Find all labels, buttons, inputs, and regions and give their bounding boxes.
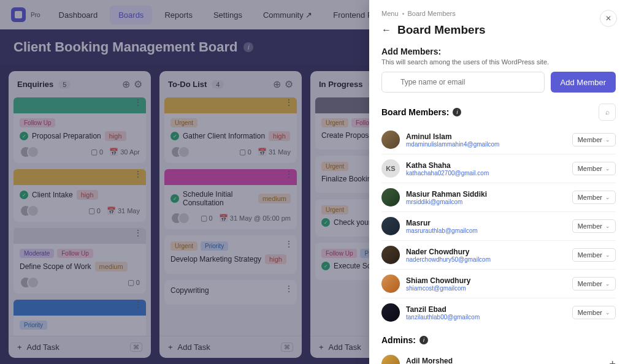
back-arrow-icon[interactable]: ← <box>381 25 391 36</box>
member-email[interactable]: masrurauthlab@gmailcom <box>406 227 566 234</box>
member-row: Nader Chowdhury naderchowdhury50@gmailco… <box>381 241 616 270</box>
role-dropdown[interactable]: Member⌄ <box>572 219 616 233</box>
chevron-down-icon: ⌄ <box>605 252 610 258</box>
board-members-heading: Board Members: <box>381 107 449 117</box>
role-dropdown[interactable]: Member⌄ <box>572 191 616 204</box>
member-row: KS Katha Shaha kathachaha02700@gmail.com… <box>381 154 616 183</box>
admins-heading: Admins: <box>381 335 416 345</box>
breadcrumb-separator <box>402 13 404 15</box>
member-name: Shiam Chowdhury <box>406 276 566 285</box>
chevron-down-icon: ⌄ <box>605 223 610 229</box>
avatar[interactable]: KS <box>381 159 400 178</box>
info-icon[interactable]: i <box>453 108 461 116</box>
member-row: Tanzil Ebad tanzilauthlab00@gmailcom Mem… <box>381 298 616 327</box>
member-search-input[interactable] <box>381 72 545 93</box>
chevron-down-icon: ⌄ <box>605 309 610 316</box>
avatar[interactable] <box>381 246 400 264</box>
member-email[interactable]: mdaminulislammahin4@gmailcom <box>406 141 566 148</box>
chevron-down-icon: ⌄ <box>605 165 610 172</box>
breadcrumb-menu[interactable]: Menu <box>381 10 399 17</box>
admin-list: Adil Morshed adilmorshed075@gmailcom + <box>381 350 616 364</box>
add-member-button[interactable]: Add Member <box>551 72 616 93</box>
chevron-down-icon: ⌄ <box>605 137 610 143</box>
member-name: Nader Chowdhury <box>406 248 566 256</box>
member-name: Adil Morshed <box>406 357 603 365</box>
role-dropdown[interactable]: Member⌄ <box>572 277 616 290</box>
breadcrumb: Menu Board Members <box>381 10 616 17</box>
member-name: Masrur <box>406 219 566 227</box>
role-dropdown[interactable]: Member⌄ <box>572 248 616 262</box>
role-dropdown[interactable]: Member⌄ <box>572 133 616 146</box>
member-list: Aminul Islam mdaminulislammahin4@gmailco… <box>381 126 616 327</box>
role-dropdown[interactable]: Member⌄ <box>572 306 616 319</box>
member-email[interactable]: naderchowdhury50@gmailcom <box>406 256 566 263</box>
member-name: Katha Shaha <box>406 161 566 170</box>
member-row: Masiur Rahman Siddiki mrsiddiki@gmailcom… <box>381 183 616 212</box>
avatar[interactable] <box>381 303 400 322</box>
close-icon[interactable]: ✕ <box>600 10 617 27</box>
breadcrumb-current: Board Members <box>408 10 456 17</box>
member-row: Shiam Chowdhury shiamcost@gmailcom Membe… <box>381 270 616 298</box>
member-row: Aminul Islam mdaminulislammahin4@gmailco… <box>381 126 616 154</box>
avatar[interactable] <box>381 217 400 235</box>
member-name: Tanzil Ebad <box>406 305 566 314</box>
avatar[interactable] <box>381 275 400 293</box>
avatar[interactable] <box>381 188 400 207</box>
avatar[interactable] <box>381 131 400 149</box>
role-dropdown[interactable]: Member⌄ <box>572 162 616 175</box>
chevron-down-icon: ⌄ <box>605 281 610 287</box>
member-email[interactable]: tanzilauthlab00@gmailcom <box>406 314 566 320</box>
add-members-heading: Add Members: <box>381 47 616 56</box>
add-admin-icon[interactable]: + <box>609 358 616 365</box>
avatar[interactable] <box>381 355 400 364</box>
info-icon[interactable]: i <box>419 336 428 344</box>
member-name: Aminul Islam <box>406 132 566 141</box>
board-members-panel: ✕ Menu Board Members ← Board Members Add… <box>369 0 628 364</box>
member-email[interactable]: kathachaha02700@gmail.com <box>406 170 566 176</box>
member-email[interactable]: shiamcost@gmailcom <box>406 285 566 292</box>
panel-title: Board Members <box>397 23 486 37</box>
member-row: Masrur masrurauthlab@gmailcom Member⌄ <box>381 212 616 241</box>
add-members-subtext: This will search among the users of this… <box>381 58 616 66</box>
chevron-down-icon: ⌄ <box>605 194 610 200</box>
admin-row: Adil Morshed adilmorshed075@gmailcom + <box>381 350 616 364</box>
member-name: Masiur Rahman Siddiki <box>406 190 566 199</box>
search-icon[interactable]: ⌕ <box>599 104 616 121</box>
member-email[interactable]: mrsiddiki@gmailcom <box>406 199 566 205</box>
